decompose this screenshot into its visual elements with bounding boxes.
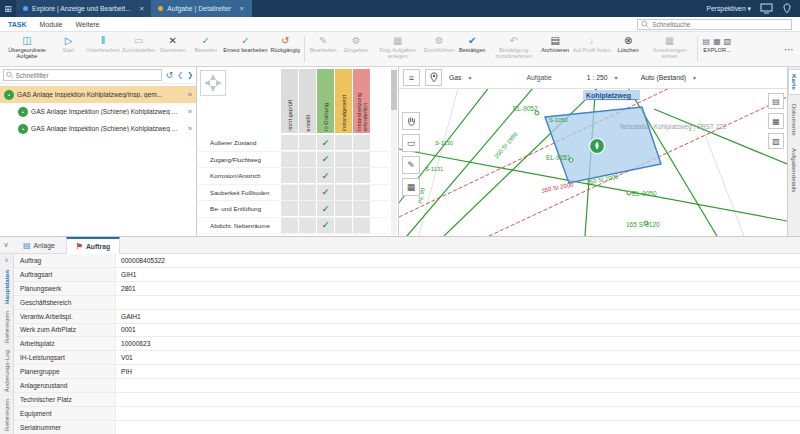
scrollbar-thumb[interactable]: [391, 70, 397, 110]
interrupt-button[interactable]: ‖Unterbrechen: [85, 33, 121, 65]
asset-marker[interactable]: [590, 139, 605, 154]
tree-item[interactable]: • GAS Anlage Inspektion (Schiene) Kohlpl…: [0, 120, 196, 137]
execute-button[interactable]: ⚙Durchführen: [423, 33, 456, 65]
nav-forward-icon[interactable]: ❯: [187, 71, 193, 79]
more-button[interactable]: ⋯: [780, 44, 798, 55]
field-value[interactable]: 000008405322: [116, 254, 800, 267]
expand-chevron-icon[interactable]: »: [188, 107, 192, 116]
matrix-cell[interactable]: [299, 185, 316, 200]
start-button[interactable]: ▷Start: [52, 33, 85, 65]
revoke-confirmation-button[interactable]: ↶Bestätigung zurücknehmen: [489, 33, 539, 65]
matrix-cell[interactable]: [281, 201, 298, 216]
matrix-cell[interactable]: [353, 168, 370, 183]
tab-auftrag[interactable]: ⚑ Auftrag: [66, 237, 120, 254]
scrollbar[interactable]: [391, 68, 397, 235]
matrix-cell[interactable]: [299, 218, 316, 233]
matrix-cell[interactable]: [281, 135, 298, 150]
perspectives-dropdown[interactable]: Perspektiven ▾: [706, 5, 751, 13]
collapse-chevron-icon[interactable]: ∨: [4, 256, 8, 263]
field-value[interactable]: PIH: [116, 365, 800, 378]
matrix-cell-checked[interactable]: ✓: [317, 135, 334, 150]
tree-item[interactable]: • GAS Anlage Inspektion (Schiene) Kohlpl…: [0, 103, 196, 120]
window-tab-explore[interactable]: Explore | Anzeige und Bearbeit... ✕: [16, 0, 151, 17]
collapse-chevron-icon[interactable]: ∨: [0, 241, 12, 249]
delete-button[interactable]: ⊗Löschen: [612, 33, 645, 65]
quick-filter[interactable]: [3, 69, 162, 81]
quick-filter-input[interactable]: [16, 72, 159, 79]
field-value[interactable]: [116, 421, 800, 434]
follow-up-task-button[interactable]: ▦Folg.Aufgaben anlegen: [373, 33, 423, 65]
reset-filter-icon[interactable]: ↺: [166, 71, 174, 80]
field-value[interactable]: GIH1: [116, 268, 800, 281]
confirm-button[interactable]: ✔Bestätigen: [456, 33, 489, 65]
matrix-cell[interactable]: [335, 135, 352, 150]
side-tab-referenzen[interactable]: Referenzen: [3, 311, 10, 343]
global-search[interactable]: [637, 19, 792, 30]
matrix-cell[interactable]: [281, 152, 298, 167]
field-value[interactable]: [116, 393, 800, 406]
field-value[interactable]: GAIH1: [116, 310, 800, 323]
field-value[interactable]: 0001: [116, 324, 800, 337]
matrix-cell[interactable]: [335, 218, 352, 233]
archive-button[interactable]: ▤Archivieren: [539, 33, 572, 65]
matrix-cell[interactable]: [335, 152, 352, 167]
layers-button[interactable]: ▤: [768, 93, 784, 109]
matrix-cell[interactable]: [281, 185, 298, 200]
nav-back-icon[interactable]: ❮: [177, 71, 183, 79]
grid-tool-button[interactable]: ▦: [402, 178, 420, 196]
menu-module[interactable]: Module: [40, 21, 63, 28]
matrix-cell-checked[interactable]: ✓: [317, 168, 334, 183]
field-value[interactable]: 10000623: [116, 337, 800, 350]
tree-item[interactable]: • GAS Anlage Inspektion Kohlplatzweg/Ins…: [0, 86, 196, 103]
side-tab-aenderungs-log[interactable]: Änderungs-Log: [3, 350, 10, 392]
rework-button[interactable]: ✓Erneut bearbeiten: [222, 33, 268, 65]
defer-button[interactable]: ▭Zurückstellen: [121, 33, 156, 65]
matrix-cell[interactable]: [281, 168, 298, 183]
menu-task[interactable]: TASK: [8, 21, 27, 28]
close-icon[interactable]: ✕: [239, 5, 244, 13]
menu-weitere[interactable]: Weitere: [76, 21, 100, 28]
matrix-cell[interactable]: [299, 201, 316, 216]
fetch-profile-button[interactable]: ↓Auf Profil holen: [572, 33, 612, 65]
select-rect-tool-button[interactable]: ▭: [402, 134, 420, 152]
scale-select[interactable]: 1 : 250 ▾: [585, 74, 620, 81]
matrix-cell-checked[interactable]: ✓: [317, 152, 334, 167]
screen-icon[interactable]: [760, 3, 773, 14]
matrix-cell-checked[interactable]: ✓: [317, 185, 334, 200]
matrix-cell[interactable]: [335, 201, 352, 216]
map-canvas[interactable]: Kohlplatzweg EL-9052 S-1050 Netzstation …: [399, 89, 787, 236]
tab-dokumente[interactable]: Dokumente: [789, 100, 800, 140]
tab-aufgabendetails[interactable]: Aufgabendetails: [789, 144, 800, 196]
explor-group[interactable]: ▤ ▦ ▧ EXPLOR...: [700, 33, 735, 65]
enter-button[interactable]: ⚙Eingeben: [340, 33, 373, 65]
tab-anlage[interactable]: ▤ Anlage: [14, 237, 64, 253]
field-value[interactable]: V01: [116, 351, 800, 364]
field-value[interactable]: 2801: [116, 282, 800, 295]
matrix-cell[interactable]: [353, 218, 370, 233]
locate-button[interactable]: [425, 69, 442, 86]
pin-icon[interactable]: [782, 3, 792, 14]
field-value[interactable]: [116, 407, 800, 420]
close-icon[interactable]: ✕: [139, 5, 144, 13]
matrix-cell-checked[interactable]: ✓: [317, 201, 334, 216]
matrix-cell[interactable]: [353, 135, 370, 150]
expand-chevron-icon[interactable]: »: [188, 90, 192, 99]
sketch-tool-button[interactable]: ✎: [402, 156, 420, 174]
expand-chevron-icon[interactable]: »: [188, 124, 192, 133]
matrix-cell[interactable]: [353, 152, 370, 167]
matrix-cell[interactable]: [335, 185, 352, 200]
undo-button[interactable]: ↺Rückgängig: [269, 33, 302, 65]
matrix-cell[interactable]: [299, 135, 316, 150]
matrix-cell[interactable]: [281, 218, 298, 233]
arrangement-button[interactable]: ▦Anordnungen wirken: [645, 33, 695, 65]
matrix-cell-checked[interactable]: ✓: [317, 218, 334, 233]
matrix-cell[interactable]: [335, 168, 352, 183]
matrix-cell[interactable]: [299, 168, 316, 183]
side-tab-hauptdaten[interactable]: Hauptdaten: [3, 270, 10, 304]
cancel-task-button[interactable]: ✕Stornieren: [156, 33, 189, 65]
map-menu-button[interactable]: ≡: [403, 69, 420, 86]
legend-button[interactable]: ▦: [768, 113, 784, 129]
display-mode-select[interactable]: Auto (Bestand) ▾: [639, 74, 698, 81]
field-value[interactable]: [116, 296, 800, 309]
side-tab-referenzen-2[interactable]: Referenzen: [3, 399, 10, 431]
